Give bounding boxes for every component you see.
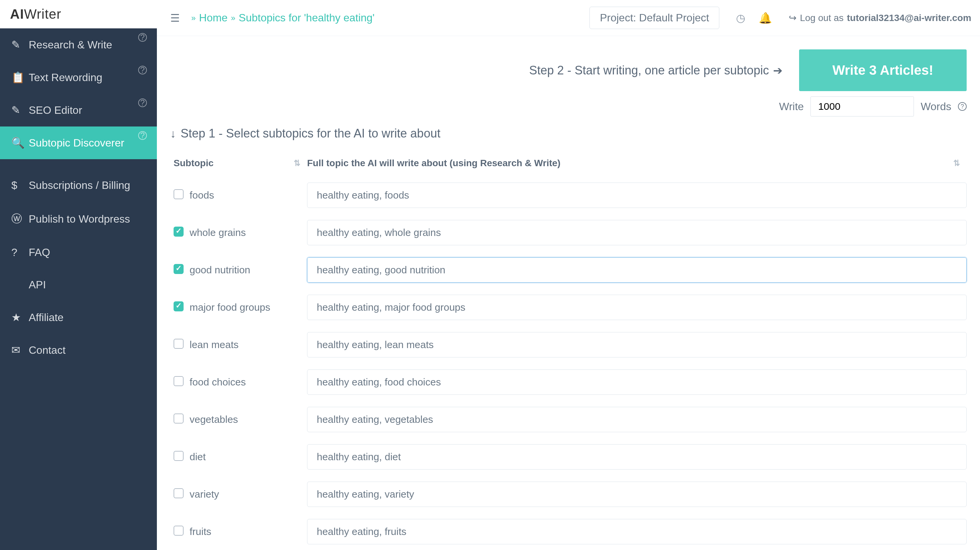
sidebar: AIWriter ✎Research & Write?📋Text Rewordi…: [0, 0, 157, 550]
sidebar-item-label: Contact: [29, 344, 65, 356]
publish-to-wordpress-icon: ⓦ: [11, 211, 25, 226]
full-topic-input[interactable]: [307, 220, 967, 245]
write-articles-button[interactable]: Write 3 Articles!: [799, 49, 967, 91]
sidebar-item-label: FAQ: [29, 246, 50, 259]
topbar: ☰ » Home » Subtopics for 'healthy eating…: [157, 0, 980, 36]
subtopic-label: vegetables: [189, 414, 307, 425]
breadcrumb: » Home » Subtopics for 'healthy eating': [191, 12, 374, 24]
subtopic-label: major food groups: [189, 302, 307, 313]
app-logo: AIWriter: [0, 0, 157, 29]
full-topic-input[interactable]: [307, 183, 967, 208]
subtopic-checkbox[interactable]: [173, 376, 184, 386]
subtopic-label: foods: [189, 189, 307, 201]
arrow-down-icon: [170, 127, 176, 140]
sidebar-item-label: API: [29, 279, 46, 291]
sidebar-item-affiliate[interactable]: ★Affiliate: [0, 301, 157, 334]
write-label: Write: [779, 100, 804, 113]
help-icon[interactable]: ?: [138, 66, 147, 75]
clock-icon[interactable]: ◷: [736, 12, 745, 24]
full-topic-input[interactable]: [307, 332, 967, 358]
table-row: major food groups: [170, 289, 967, 326]
table-row: lean meats: [170, 326, 967, 364]
subtopic-discoverer-icon: 🔍: [11, 137, 25, 149]
seo-editor-icon: ✎: [11, 104, 25, 116]
subtopic-checkbox[interactable]: [173, 189, 184, 199]
subtopic-label: good nutrition: [189, 264, 307, 276]
table-row: good nutrition: [170, 251, 967, 289]
sort-icon[interactable]: ⇅: [294, 159, 301, 168]
sort-icon[interactable]: ⇅: [953, 159, 960, 168]
bell-icon[interactable]: 🔔: [759, 12, 772, 24]
subtopic-checkbox[interactable]: [173, 264, 184, 274]
subtopic-label: lean meats: [189, 339, 307, 350]
subscriptions-billing-icon: $: [11, 179, 25, 192]
subtopic-checkbox[interactable]: [173, 413, 184, 423]
subtopic-label: whole grains: [189, 227, 307, 238]
sidebar-item-label: Research & Write: [29, 39, 112, 51]
step2-label: Step 2 - Start writing, one article per …: [529, 64, 782, 78]
table-row: whole grains: [170, 214, 967, 251]
table-row: vegetables: [170, 401, 967, 438]
subtopic-checkbox[interactable]: [173, 301, 184, 312]
affiliate-icon: ★: [11, 311, 25, 324]
breadcrumb-current: Subtopics for 'healthy eating': [239, 12, 374, 24]
text-rewording-icon: 📋: [11, 71, 25, 84]
full-topic-input[interactable]: [307, 295, 967, 320]
contact-icon: ✉: [11, 344, 25, 356]
research-write-icon: ✎: [11, 38, 25, 51]
sidebar-item-subtopic-discoverer[interactable]: 🔍Subtopic Discoverer?: [0, 127, 157, 159]
subtopic-checkbox[interactable]: [173, 339, 184, 349]
subtopic-label: variety: [189, 489, 307, 500]
main-area: ☰ » Home » Subtopics for 'healthy eating…: [157, 0, 980, 550]
breadcrumb-home[interactable]: Home: [199, 12, 227, 24]
subtopic-label: diet: [189, 451, 307, 463]
sidebar-item-api[interactable]: API: [0, 269, 157, 301]
sidebar-item-label: Publish to Wordpress: [29, 213, 130, 225]
subtopic-table: Subtopic ⇅ Full topic the AI will write …: [170, 154, 967, 550]
subtopic-label: food choices: [189, 377, 307, 388]
table-row: foods: [170, 176, 967, 214]
subtopic-checkbox[interactable]: [173, 526, 184, 536]
full-topic-input[interactable]: [307, 369, 967, 395]
full-topic-input[interactable]: [307, 257, 967, 283]
table-row: diet: [170, 438, 967, 475]
content: Step 2 - Start writing, one article per …: [157, 36, 980, 550]
subtopic-checkbox[interactable]: [173, 227, 184, 237]
sidebar-item-label: Text Rewording: [29, 72, 102, 84]
faq-icon: ?: [11, 246, 25, 259]
step1-label: Step 1 - Select subtopics for the AI to …: [170, 127, 967, 140]
words-label: Words: [921, 100, 951, 113]
subtopic-checkbox[interactable]: [173, 451, 184, 461]
sidebar-item-research-write[interactable]: ✎Research & Write?: [0, 29, 157, 61]
logout-icon: ↪: [789, 12, 796, 23]
sidebar-item-faq[interactable]: ?FAQ: [0, 236, 157, 269]
subtopic-label: fruits: [189, 526, 307, 537]
menu-toggle-icon[interactable]: ☰: [165, 9, 185, 27]
table-row: food choices: [170, 364, 967, 401]
sidebar-item-seo-editor[interactable]: ✎SEO Editor?: [0, 94, 157, 127]
full-topic-input[interactable]: [307, 444, 967, 470]
logout-link[interactable]: ↪ Log out as tutorial32134@ai-writer.com: [789, 12, 971, 23]
arrow-right-icon: [773, 64, 783, 78]
table-row: variety: [170, 475, 967, 513]
help-icon[interactable]: ?: [138, 131, 147, 140]
sidebar-item-label: SEO Editor: [29, 104, 82, 116]
sidebar-item-contact[interactable]: ✉Contact: [0, 334, 157, 366]
table-row: fruits: [170, 513, 967, 550]
sidebar-item-label: Affiliate: [29, 312, 64, 324]
full-topic-input[interactable]: [307, 519, 967, 544]
subtopic-checkbox[interactable]: [173, 488, 184, 498]
help-icon[interactable]: ?: [138, 33, 147, 42]
project-selector[interactable]: Project: Default Project: [589, 7, 719, 29]
col-header-full[interactable]: Full topic the AI will write about (usin…: [307, 158, 560, 168]
sidebar-item-label: Subtopic Discoverer: [29, 137, 124, 149]
word-count-input[interactable]: [810, 97, 914, 116]
sidebar-item-subscriptions-billing[interactable]: $Subscriptions / Billing: [0, 169, 157, 202]
help-icon[interactable]: ?: [958, 102, 967, 111]
sidebar-item-publish-to-wordpress[interactable]: ⓦPublish to Wordpress: [0, 202, 157, 236]
help-icon[interactable]: ?: [138, 99, 147, 107]
full-topic-input[interactable]: [307, 482, 967, 507]
col-header-subtopic[interactable]: Subtopic: [173, 158, 214, 168]
sidebar-item-text-rewording[interactable]: 📋Text Rewording?: [0, 61, 157, 94]
full-topic-input[interactable]: [307, 407, 967, 432]
